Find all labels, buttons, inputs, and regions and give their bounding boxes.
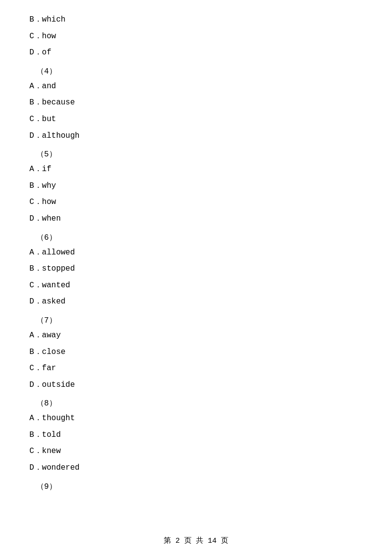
answer-option: A．and: [29, 80, 363, 93]
page-content: B．whichC．howD．of（4）A．andB．becauseC．butD．…: [0, 0, 392, 525]
answer-option: C．how: [29, 196, 363, 209]
answer-option: A．away: [29, 329, 363, 342]
section-number-4: （6）: [36, 232, 363, 243]
answer-option: B．told: [29, 429, 363, 442]
section-number-5: （7）: [36, 315, 363, 326]
page-footer: 第 2 页 共 14 页: [0, 536, 392, 545]
footer-text: 第 2 页 共 14 页: [164, 537, 228, 545]
answer-option: D．wondered: [29, 462, 363, 475]
answer-option: B．because: [29, 97, 363, 109]
answer-option: B．stopped: [29, 263, 363, 276]
section-number-3: （5）: [36, 149, 363, 159]
answer-option: D．outside: [29, 379, 363, 392]
answer-option: A．allowed: [29, 247, 363, 259]
answer-option: A．thought: [29, 412, 363, 425]
answer-option: D．when: [29, 213, 363, 226]
answer-option: D．asked: [29, 296, 363, 308]
answer-option: B．which: [29, 14, 363, 26]
answer-option: B．close: [29, 346, 363, 359]
section-number-6: （8）: [36, 398, 363, 408]
answer-option: C．far: [29, 362, 363, 375]
answer-option: A．if: [29, 163, 363, 176]
answer-option: C．how: [29, 30, 363, 43]
answer-option: C．wanted: [29, 279, 363, 292]
answer-option: C．but: [29, 113, 363, 126]
answer-option: C．knew: [29, 445, 363, 458]
answer-option: B．why: [29, 180, 363, 193]
section-number-7: （9）: [36, 481, 363, 492]
answer-option: D．of: [29, 47, 363, 59]
answer-option: D．although: [29, 130, 363, 143]
section-number-2: （4）: [36, 66, 363, 76]
